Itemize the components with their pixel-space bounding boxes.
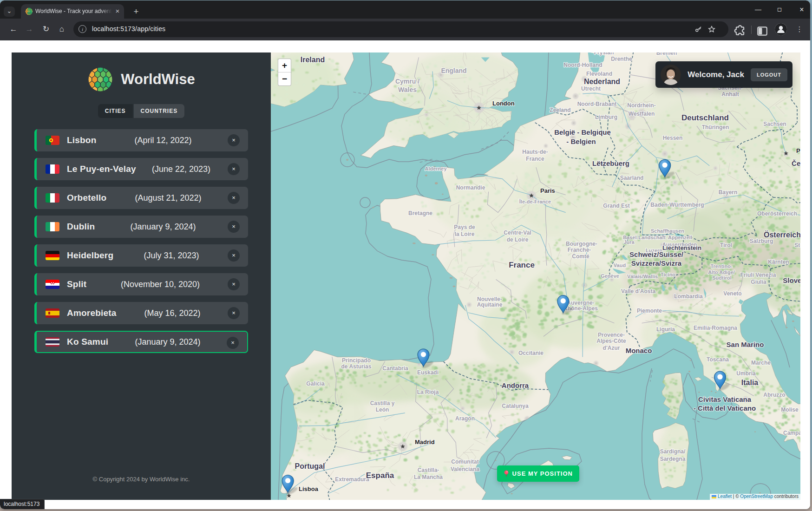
svg-text:España: España	[366, 471, 394, 480]
svg-text:Giulia: Giulia	[751, 279, 766, 285]
svg-text:Lëtzebuerg: Lëtzebuerg	[592, 159, 629, 167]
svg-text:Appenzell: Appenzell	[668, 235, 692, 240]
svg-text:Molise: Molise	[781, 406, 799, 413]
svg-text:Cymru /: Cymru /	[395, 78, 419, 85]
svg-text:Fryslân: Fryslân	[594, 52, 614, 56]
svg-text:Tirol: Tirol	[720, 242, 732, 249]
svg-text:Westfalen: Westfalen	[629, 111, 655, 117]
svg-text:Alpes-Côte: Alpes-Côte	[596, 338, 626, 344]
svg-text:Bremen: Bremen	[656, 52, 677, 56]
svg-text:Umbria: Umbria	[736, 370, 756, 377]
svg-text:Galicia: Galicia	[306, 380, 325, 387]
svg-text:Lombardia: Lombardia	[674, 293, 703, 300]
svg-text:Sardegna: Sardegna	[660, 456, 686, 462]
svg-text:Castilla-: Castilla-	[418, 467, 439, 473]
svg-text:Salzburg: Salzburg	[750, 238, 773, 244]
svg-text:Provence-: Provence-	[598, 332, 625, 338]
svg-text:Bayern: Bayern	[719, 189, 738, 196]
svg-text:León: León	[376, 406, 389, 413]
svg-text:Bretagne: Bretagne	[408, 210, 432, 216]
svg-text:Grand Est: Grand Est	[603, 203, 629, 209]
svg-text:Comunitat: Comunitat	[451, 459, 478, 465]
svg-text:Hessen: Hessen	[663, 135, 683, 141]
svg-text:Campa: Campa	[783, 430, 800, 436]
svg-text:Sloveni: Sloveni	[783, 276, 800, 284]
svg-text:Portugal: Portugal	[295, 462, 325, 470]
svg-text:Centre-Val: Centre-Val	[504, 229, 531, 236]
svg-text:Drenthe: Drenthe	[611, 56, 632, 62]
svg-text:England: England	[441, 67, 466, 74]
svg-text:Oberösterreich: Oberösterreich	[757, 210, 797, 217]
svg-text:La Rioja: La Rioja	[417, 389, 439, 395]
svg-text:Franche-: Franche-	[568, 247, 591, 253]
svg-text:Ireland: Ireland	[301, 56, 325, 64]
svg-text:Trentino-: Trentino-	[710, 263, 732, 269]
svg-text:Occitanie: Occitanie	[518, 350, 544, 356]
svg-text:Wales: Wales	[398, 86, 417, 93]
svg-text:Baden-Württemberg: Baden-Württemberg	[650, 202, 704, 208]
svg-text:de Loire: de Loire	[507, 236, 529, 243]
svg-text:Deutschland: Deutschland	[681, 113, 729, 122]
svg-text:France: France	[509, 261, 535, 269]
svg-text:Aquitaine: Aquitaine	[477, 301, 503, 308]
svg-text:Andorra: Andorra	[502, 381, 529, 389]
svg-text:San Marino: San Marino	[727, 341, 764, 348]
svg-text:Hauts-de-: Hauts-de-	[522, 149, 548, 155]
svg-text:Bourgogne-: Bourgogne-	[566, 241, 597, 247]
svg-text:Cantabria: Cantabria	[382, 365, 408, 372]
svg-text:Extremadura: Extremadura	[335, 476, 369, 483]
svg-text:Nordrhein-: Nordrhein-	[627, 102, 655, 109]
svg-text:Veneto: Veneto	[723, 290, 741, 297]
svg-text:Alto Adige/: Alto Adige/	[708, 269, 735, 275]
svg-text:La Mancha: La Mancha	[414, 474, 443, 480]
svg-text:d'Azur: d'Azur	[603, 345, 620, 351]
svg-text:London: London	[492, 100, 515, 107]
svg-text:Friuli Venezia: Friuli Venezia	[740, 272, 776, 278]
svg-text:Praha: Praha	[796, 147, 800, 154]
svg-text:Principado: Principado	[342, 357, 371, 364]
svg-text:Aragón: Aragón	[455, 415, 475, 422]
svg-text:Valle d'Aosta: Valle d'Aosta	[621, 288, 656, 295]
svg-text:- Belgien: - Belgien	[566, 138, 596, 145]
svg-text:Sardigna/: Sardigna/	[660, 448, 686, 455]
svg-text:Marche: Marche	[751, 360, 771, 366]
svg-text:Utrecht: Utrecht	[581, 85, 601, 92]
svg-text:Flevoland: Flevoland	[586, 71, 612, 77]
svg-text:Steier: Steier	[794, 242, 800, 249]
svg-text:France: France	[526, 156, 544, 162]
svg-text:Valenciana: Valenciana	[451, 466, 479, 472]
svg-text:Liguria: Liguria	[656, 326, 675, 333]
svg-text:Catalunya: Catalunya	[502, 403, 529, 409]
svg-text:Liechtenstein: Liechtenstein	[662, 244, 701, 251]
svg-text:Svizzera/Svizra: Svizzera/Svizra	[631, 259, 682, 267]
svg-text:Genève: Genève	[601, 273, 619, 279]
svg-text:Limburg: Limburg	[595, 114, 617, 120]
svg-text:Sachsen: Sachsen	[763, 121, 786, 127]
svg-text:Schaffhausen: Schaffhausen	[651, 228, 684, 234]
svg-text:Paris: Paris	[540, 187, 555, 194]
svg-text:Noord-Brabant: Noord-Brabant	[577, 101, 617, 107]
svg-text:Comté: Comté	[572, 253, 589, 260]
svg-text:Emilia-Romagna: Emilia-Romagna	[694, 325, 737, 331]
svg-text:Île-de-France: Île-de-France	[519, 199, 551, 204]
svg-text:Basel-Landschaft: Basel-Landschaft	[623, 235, 666, 240]
svg-text:Civitas Vaticana: Civitas Vaticana	[698, 395, 752, 403]
svg-text:Zeeland: Zeeland	[550, 107, 570, 113]
svg-text:Thüringen: Thüringen	[702, 124, 729, 131]
svg-text:Normandie: Normandie	[456, 184, 485, 191]
svg-text:Saarland: Saarland	[620, 175, 644, 181]
svg-text:- Città del Vaticano: - Città del Vaticano	[694, 404, 756, 412]
svg-text:Česk: Česk	[792, 159, 800, 167]
svg-text:Südtirol: Südtirol	[712, 275, 732, 281]
svg-text:Schweiz/Suisse/: Schweiz/Suisse/	[629, 250, 684, 258]
svg-text:Madrid: Madrid	[415, 439, 435, 445]
svg-text:Euskadi: Euskadi	[417, 369, 439, 376]
svg-text:Österreich: Österreich	[764, 230, 800, 239]
svg-text:Monaco: Monaco	[626, 347, 652, 354]
svg-text:Noord-Holland: Noord-Holland	[563, 62, 602, 68]
svg-text:Abruzzo: Abruzzo	[763, 392, 785, 398]
svg-text:Alderney: Alderney	[425, 166, 447, 171]
svg-text:Piemonte: Piemonte	[637, 308, 662, 314]
svg-text:de Asturias: de Asturias	[341, 363, 372, 370]
svg-text:Toscana: Toscana	[707, 356, 729, 363]
